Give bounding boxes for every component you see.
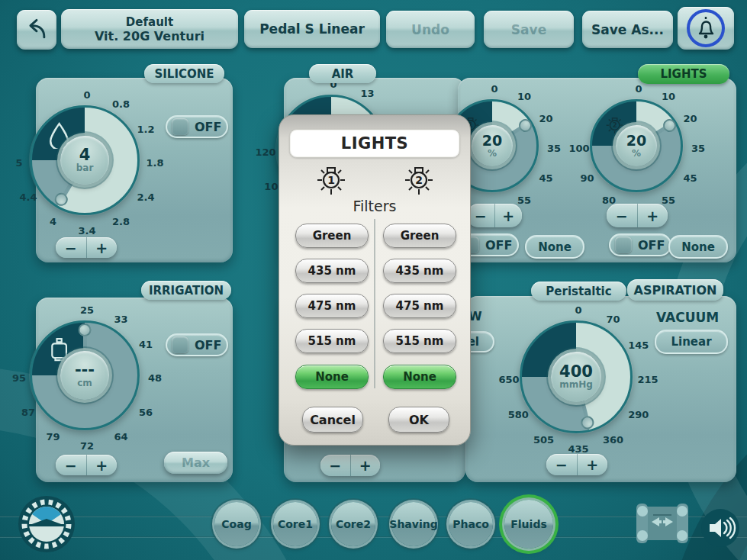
filter2-435nm-button[interactable]: 435 nm bbox=[383, 259, 456, 283]
filter2-none-button[interactable]: None bbox=[383, 365, 456, 389]
dial-tick-label: 10 bbox=[662, 91, 675, 102]
speaker-icon[interactable] bbox=[700, 508, 740, 548]
filter2-green-button[interactable]: Green bbox=[383, 224, 456, 248]
irrigation-toggle[interactable]: OFF bbox=[166, 333, 228, 356]
svg-text:2: 2 bbox=[415, 174, 423, 186]
filter2-475nm-button[interactable]: 475 nm bbox=[383, 294, 456, 318]
tab-lights[interactable]: LIGHTS bbox=[638, 64, 729, 84]
tab-lights-label: LIGHTS bbox=[660, 67, 707, 81]
dial-tick-label: 650 bbox=[498, 374, 519, 385]
light2-dial[interactable]: 2 0102035455565809010020% bbox=[590, 99, 683, 192]
tab-silicone-label: SILICONE bbox=[154, 67, 214, 81]
aspiration-dial[interactable]: 070145215290360435505580650400mmHg bbox=[520, 320, 633, 433]
undo-button[interactable]: Undo bbox=[386, 11, 475, 48]
dial-tick-label: 64 bbox=[114, 431, 127, 443]
light2-plus-button[interactable]: + bbox=[638, 204, 668, 227]
irrigation-minus-button[interactable]: − bbox=[56, 455, 87, 475]
dialog-title: LIGHTS bbox=[289, 129, 460, 158]
dial-needle-ball[interactable] bbox=[79, 323, 92, 336]
tab-coag[interactable]: Coag bbox=[214, 502, 259, 546]
dial-value-knob[interactable]: ---cm bbox=[60, 351, 110, 401]
light1-stepper: − + bbox=[467, 204, 522, 227]
tab-core1[interactable]: Core1 bbox=[273, 502, 317, 546]
dial-tick-label: 0 bbox=[491, 83, 497, 95]
filter1-435nm-button[interactable]: 435 nm bbox=[295, 259, 369, 283]
dial-value-knob[interactable]: 400mmHg bbox=[551, 352, 602, 403]
tab-silicone[interactable]: SILICONE bbox=[144, 64, 224, 83]
silicone-dial[interactable]: 00.81.21.82.42.83.444.454bar bbox=[30, 105, 140, 215]
irrigation-max-label: Max bbox=[182, 455, 210, 470]
dial-tick-label: 41 bbox=[139, 338, 153, 349]
tab-air[interactable]: AIR bbox=[309, 64, 376, 83]
dial-tick-label: 35 bbox=[691, 143, 705, 154]
dial-value-knob[interactable]: 4bar bbox=[60, 136, 110, 185]
irrigation-max-button[interactable]: Max bbox=[164, 452, 227, 474]
dial-needle-ball[interactable] bbox=[53, 191, 70, 208]
dial-tick-label: 0 bbox=[83, 89, 90, 101]
svg-text:1: 1 bbox=[327, 174, 335, 186]
vacuum-mode-button[interactable]: Linear bbox=[655, 330, 728, 354]
light2-toggle[interactable]: OFF bbox=[609, 233, 671, 256]
silicone-stepper: − + bbox=[56, 237, 117, 258]
light1-minus-button[interactable]: − bbox=[467, 204, 495, 227]
ok-button[interactable]: OK bbox=[388, 407, 449, 433]
vacuum-label: VACUUM bbox=[656, 310, 719, 325]
tab-core2-label: Core2 bbox=[336, 518, 371, 530]
save-as-button[interactable]: Save As... bbox=[582, 11, 673, 48]
silicone-plus-button[interactable]: + bbox=[87, 237, 118, 258]
filter1-515nm-button[interactable]: 515 nm bbox=[295, 329, 369, 353]
tab-irrigation[interactable]: IRRIGATION bbox=[141, 281, 231, 300]
dial-value: 20 bbox=[482, 132, 502, 149]
light2-toggle-label: OFF bbox=[638, 238, 665, 253]
aspiration-minus-button[interactable]: − bbox=[546, 454, 578, 475]
dial-needle-ball[interactable] bbox=[580, 414, 596, 430]
toggle-knob bbox=[172, 118, 188, 135]
middle-lower-plus-button[interactable]: + bbox=[351, 455, 381, 476]
tab-phaco[interactable]: Phaco bbox=[449, 502, 493, 546]
tab-fluids[interactable]: Fluids bbox=[504, 500, 553, 549]
light2-filter-button[interactable]: None bbox=[668, 235, 728, 259]
save-as-label: Save As... bbox=[591, 22, 664, 37]
aspiration-plus-button[interactable]: + bbox=[578, 454, 608, 475]
dial-tick-label: 100 bbox=[568, 143, 589, 154]
brand-logo bbox=[17, 494, 76, 554]
silicone-minus-button[interactable]: − bbox=[56, 237, 87, 258]
dial-tick-label: 360 bbox=[603, 433, 623, 445]
dial-value-knob[interactable]: 20% bbox=[472, 125, 514, 167]
tab-core2[interactable]: Core2 bbox=[331, 502, 375, 546]
light1-plus-button[interactable]: + bbox=[495, 204, 523, 227]
light1-filter-button[interactable]: None bbox=[525, 235, 584, 259]
save-button[interactable]: Save bbox=[484, 11, 574, 48]
dial-tick-label: 3.4 bbox=[78, 225, 95, 237]
dial-tick-label: 120 bbox=[255, 146, 275, 158]
filter1-475nm-button[interactable]: 475 nm bbox=[295, 294, 369, 318]
light2-minus-button[interactable]: − bbox=[607, 204, 638, 227]
footpedal-icon[interactable] bbox=[632, 500, 693, 546]
filter2-515nm-button[interactable]: 515 nm bbox=[383, 329, 456, 353]
alarm-button[interactable] bbox=[678, 7, 734, 50]
filter1-green-button[interactable]: Green bbox=[295, 224, 369, 248]
pedal-mode-label: Pedal S Linear bbox=[259, 21, 365, 37]
dial-tick-label: 2.8 bbox=[112, 216, 130, 227]
preset-button[interactable]: Default Vit. 20G Venturi bbox=[61, 9, 238, 49]
silicone-toggle[interactable]: OFF bbox=[166, 115, 228, 138]
tab-aspiration[interactable]: ASPIRATION bbox=[627, 279, 723, 301]
middle-lower-minus-button[interactable]: − bbox=[320, 455, 351, 476]
filter1-none-button[interactable]: None bbox=[295, 365, 369, 389]
irrigation-dial[interactable]: 25334148566472798795---cm bbox=[30, 320, 140, 430]
dial-value-knob[interactable]: 20% bbox=[616, 125, 658, 167]
aspiration-mode-button[interactable]: Peristaltic bbox=[531, 282, 626, 301]
cancel-button[interactable]: Cancel bbox=[302, 407, 363, 433]
tab-irrigation-label: IRRIGATION bbox=[149, 284, 224, 298]
tab-core1-label: Core1 bbox=[278, 518, 313, 530]
dial-unit: % bbox=[632, 149, 641, 159]
back-button[interactable] bbox=[17, 10, 56, 50]
irrigation-stepper: − + bbox=[56, 455, 117, 475]
dial-tick-label: 4.4 bbox=[19, 191, 37, 202]
dial-tick-label: 145 bbox=[628, 339, 649, 350]
dial-tick-label: 4 bbox=[50, 216, 56, 227]
pedal-mode-button[interactable]: Pedal S Linear bbox=[244, 10, 380, 48]
save-label: Save bbox=[511, 22, 546, 37]
irrigation-plus-button[interactable]: + bbox=[87, 455, 118, 475]
tab-shaving[interactable]: Shaving bbox=[391, 502, 436, 546]
